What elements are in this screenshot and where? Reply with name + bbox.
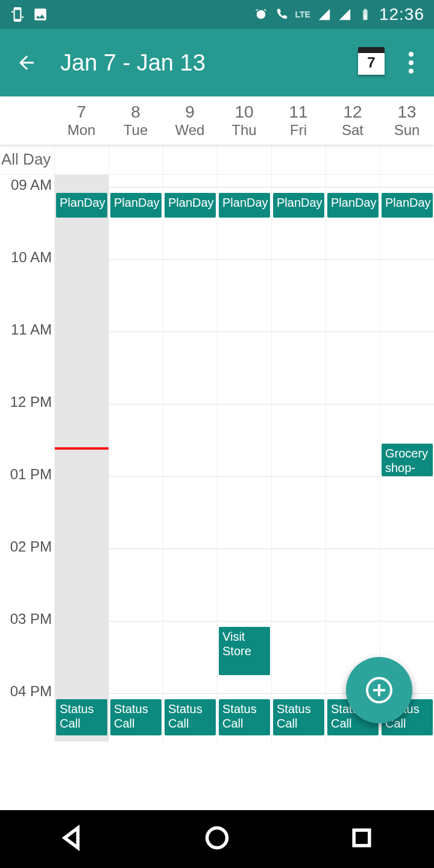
calendar-event[interactable]: PlanDay bbox=[56, 193, 107, 217]
day-column[interactable]: PlanDayVisit StoreStatus Call bbox=[217, 175, 271, 741]
week-day-header: 7Mon8Tue9Wed10Thu11Fri12Sat13Sun bbox=[0, 96, 434, 145]
battery-icon bbox=[359, 8, 372, 21]
day-of-week: Mon bbox=[68, 122, 96, 139]
day-number: 11 bbox=[289, 102, 307, 122]
calendar-event[interactable]: PlanDay bbox=[219, 193, 270, 217]
day-column[interactable]: PlanDayStatus Call bbox=[271, 175, 326, 741]
calendar-event[interactable]: PlanDay bbox=[382, 193, 433, 217]
wifi-call-icon bbox=[275, 8, 288, 21]
screen-rotate-icon bbox=[10, 7, 25, 22]
alarm-icon bbox=[254, 8, 268, 21]
day-number: 8 bbox=[131, 102, 140, 122]
day-number: 9 bbox=[185, 102, 195, 122]
status-clock: 12:36 bbox=[379, 5, 424, 24]
calendar-event[interactable]: Status Call bbox=[56, 699, 107, 735]
calendar-event[interactable]: Status Call bbox=[273, 699, 324, 735]
hour-label: 03 PM bbox=[10, 611, 52, 628]
calendar-event[interactable]: Status Call bbox=[110, 699, 162, 735]
signal-icon bbox=[318, 8, 331, 21]
add-event-fab[interactable] bbox=[346, 657, 412, 723]
day-of-week: Wed bbox=[175, 122, 205, 139]
network-label: LTE bbox=[295, 10, 310, 19]
day-header-cell[interactable]: 7Mon bbox=[54, 96, 108, 145]
day-of-week: Sun bbox=[394, 122, 420, 139]
calendar-event[interactable]: PlanDay bbox=[273, 193, 324, 217]
day-column[interactable]: PlanDayStatus Call bbox=[326, 175, 380, 741]
calendar-icon: 7 bbox=[358, 51, 385, 75]
calendar-event[interactable]: Grocery shop- bbox=[382, 444, 433, 476]
day-number: 7 bbox=[77, 102, 86, 122]
day-of-week: Tue bbox=[124, 122, 148, 139]
all-day-cell[interactable] bbox=[217, 145, 271, 174]
day-column[interactable]: PlanDayGrocery shop-Status Call bbox=[380, 175, 434, 741]
all-day-cell[interactable] bbox=[163, 145, 217, 174]
hour-label: 02 PM bbox=[10, 539, 52, 556]
day-of-week: Thu bbox=[231, 122, 256, 139]
day-header-cell[interactable]: 9Wed bbox=[163, 96, 217, 145]
page-title: Jan 7 - Jan 13 bbox=[60, 50, 357, 76]
calendar-event[interactable]: Status Call bbox=[165, 699, 216, 735]
calendar-event[interactable]: PlanDay bbox=[110, 193, 162, 217]
all-day-cell[interactable] bbox=[326, 145, 380, 174]
today-badge-number: 7 bbox=[358, 54, 385, 71]
hour-label: 04 PM bbox=[10, 684, 52, 700]
day-column[interactable]: PlanDayStatus Call bbox=[163, 175, 217, 741]
day-header-cell[interactable]: 8Tue bbox=[108, 96, 163, 145]
calendar-event[interactable]: PlanDay bbox=[165, 193, 216, 217]
day-header-cell[interactable]: 12Sat bbox=[326, 96, 380, 145]
current-time-indicator bbox=[55, 447, 108, 450]
week-columns[interactable]: PlanDayStatus CallPlanDayStatus CallPlan… bbox=[54, 175, 434, 741]
signal-icon-2 bbox=[338, 8, 351, 21]
all-day-cell[interactable] bbox=[271, 145, 326, 174]
day-number: 10 bbox=[234, 102, 253, 122]
overflow-menu-button[interactable] bbox=[400, 48, 422, 77]
hour-label: 11 AM bbox=[11, 322, 52, 339]
day-header-cell[interactable]: 10Thu bbox=[217, 96, 271, 145]
day-number: 12 bbox=[343, 102, 362, 122]
back-button[interactable] bbox=[12, 48, 41, 77]
hour-label: 01 PM bbox=[10, 467, 52, 483]
all-day-cell[interactable] bbox=[54, 145, 108, 174]
svg-rect-2 bbox=[354, 830, 370, 846]
nav-home-button[interactable] bbox=[204, 825, 230, 854]
hour-label: 12 PM bbox=[10, 394, 52, 411]
all-day-label: All Day bbox=[0, 150, 54, 169]
all-day-cell[interactable] bbox=[380, 145, 434, 174]
plus-icon bbox=[365, 676, 394, 705]
calendar-grid[interactable]: All Day 09 AM10 AM11 AM12 PM01 PM02 PM03… bbox=[0, 145, 434, 741]
day-header-cell[interactable]: 13Sun bbox=[380, 96, 434, 145]
go-to-today-button[interactable]: 7 bbox=[357, 48, 386, 77]
day-header-cell[interactable]: 11Fri bbox=[271, 96, 326, 145]
image-icon bbox=[33, 7, 48, 22]
app-bar: Jan 7 - Jan 13 7 bbox=[0, 29, 434, 96]
svg-point-1 bbox=[207, 828, 227, 848]
day-column[interactable]: PlanDayStatus Call bbox=[108, 175, 163, 741]
calendar-event[interactable]: PlanDay bbox=[327, 193, 379, 217]
day-of-week: Sat bbox=[342, 122, 363, 139]
hour-label: 10 AM bbox=[11, 250, 52, 266]
nav-recent-button[interactable] bbox=[348, 825, 375, 854]
all-day-cell[interactable] bbox=[108, 145, 163, 174]
hour-label: 09 AM bbox=[11, 177, 52, 194]
day-of-week: Fri bbox=[290, 122, 307, 139]
android-nav-bar bbox=[0, 810, 434, 868]
all-day-row: All Day bbox=[0, 145, 434, 175]
time-gutter: 09 AM10 AM11 AM12 PM01 PM02 PM03 PM04 PM bbox=[0, 175, 54, 741]
calendar-event[interactable]: Status Call bbox=[219, 699, 270, 735]
nav-back-button[interactable] bbox=[59, 825, 86, 854]
android-status-bar: LTE 12:36 bbox=[0, 0, 434, 29]
calendar-event[interactable]: Visit Store bbox=[219, 627, 270, 675]
day-number: 13 bbox=[397, 102, 416, 122]
day-column[interactable]: PlanDayStatus Call bbox=[54, 175, 108, 741]
